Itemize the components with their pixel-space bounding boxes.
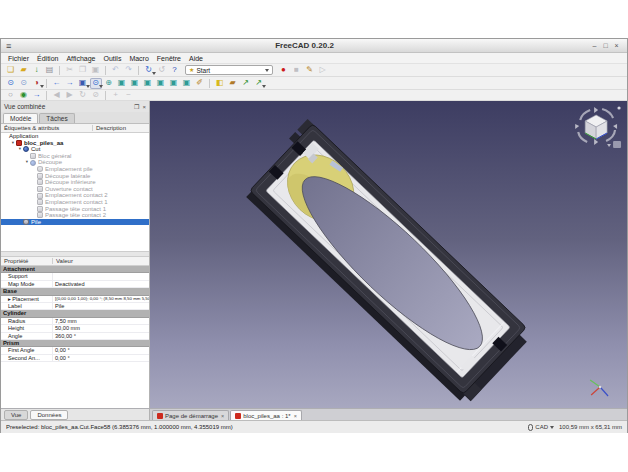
tree-item-ouverture-contact[interactable]: Ouverture contact <box>1 186 149 193</box>
view-left-icon[interactable]: ▣ <box>181 78 193 89</box>
macro-stop-icon[interactable]: ■ <box>291 65 303 76</box>
draw-style-icon[interactable]: ◑ <box>31 78 43 89</box>
paste-icon[interactable]: ▣ <box>90 65 102 76</box>
tree-item-emplacement-contact-2[interactable]: Emplacement contact 2 <box>1 192 149 199</box>
close-panel-icon[interactable]: × <box>142 104 146 110</box>
title-bar[interactable]: ≡ FreeCAD 0.20.2 – □ × <box>1 39 627 53</box>
property-group-prism[interactable]: Prism <box>1 340 149 347</box>
panel-tab-donnees[interactable]: Données <box>30 410 68 420</box>
menu-edition[interactable]: Édition <box>33 55 62 62</box>
menu-fenetre[interactable]: Fenêtre <box>153 55 185 62</box>
menu-fichier[interactable]: Fichier <box>4 55 33 62</box>
macro-edit-icon[interactable]: ✎ <box>304 65 316 76</box>
import-links-icon[interactable]: ↗ <box>240 78 252 89</box>
tree-item-decoupe-inferieure[interactable]: Découpe inférieure <box>1 179 149 186</box>
tab-taches[interactable]: Tâches <box>39 113 74 123</box>
expression-add-icon[interactable]: + <box>110 90 122 101</box>
property-group-cylinder[interactable]: Cylinder <box>1 310 149 317</box>
new-file-icon[interactable]: ❏ <box>5 65 17 76</box>
view-rear-icon[interactable]: ▣ <box>155 78 167 89</box>
view-group-icon[interactable]: ▣ <box>77 78 89 89</box>
tree-item-passage-tete-contact-2[interactable]: Passage tête contact 2 <box>1 212 149 219</box>
property-first-angle[interactable]: First Angle0,00 ° <box>1 347 149 354</box>
document-tab-page-de-demarrage[interactable]: Page de démarrage× <box>152 410 229 420</box>
model-bloc-piles[interactable] <box>240 119 534 406</box>
labels-attributes-header[interactable]: Étiquettes & attributs <box>1 125 93 131</box>
tree-back-icon[interactable]: ◀ <box>51 90 63 101</box>
3d-viewport[interactable] <box>150 101 627 408</box>
open-file-icon[interactable]: ▰ <box>18 65 30 76</box>
window-menu-icon[interactable]: ≡ <box>6 41 20 51</box>
view-right-icon[interactable]: ▣ <box>142 78 154 89</box>
menu-aide[interactable]: Aide <box>185 55 207 62</box>
expression-remove-icon[interactable]: − <box>123 90 135 101</box>
property-group-base[interactable]: Base <box>1 288 149 295</box>
tab-modele[interactable]: Modèle <box>3 113 38 123</box>
property-map-mode[interactable]: Map ModeDeactivated <box>1 281 149 288</box>
property-label[interactable]: LabelPile <box>1 303 149 310</box>
tree-forward-icon[interactable]: ▶ <box>64 90 76 101</box>
tree-item-decoupe-laterale[interactable]: Découpe latérale <box>1 173 149 180</box>
view-bottom-icon[interactable]: ▣ <box>168 78 180 89</box>
link-placeholder-icon[interactable]: ○ <box>5 90 17 101</box>
property-support[interactable]: Support <box>1 273 149 280</box>
appearance-icon[interactable]: ◧ <box>214 78 226 89</box>
property-radius[interactable]: Radius7,50 mm <box>1 318 149 325</box>
workbench-selector[interactable]: ★ Start <box>185 65 273 75</box>
property-angle[interactable]: Angle360,00 ° <box>1 333 149 340</box>
close-tab-icon[interactable]: × <box>221 413 224 419</box>
close-tab-icon[interactable]: × <box>294 413 297 419</box>
menu-macro[interactable]: Macro <box>125 55 152 62</box>
property-header[interactable]: Propriété <box>1 258 53 264</box>
refresh-icon[interactable]: ↻ <box>143 65 155 76</box>
value-header[interactable]: Valeur <box>53 258 73 264</box>
property-second-an[interactable]: Second An...0,00 ° <box>1 355 149 362</box>
nav-forward-icon[interactable]: → <box>64 78 76 89</box>
tree-item-application[interactable]: Application <box>1 133 149 140</box>
nav-back-icon[interactable]: ← <box>51 78 63 89</box>
texture-icon[interactable]: ▰ <box>227 78 239 89</box>
fit-selection-icon[interactable]: ⊙ <box>18 78 30 89</box>
save-icon[interactable]: ↓ <box>31 65 43 76</box>
view-front-icon[interactable]: ▣ <box>116 78 128 89</box>
tree-item-cut[interactable]: ▾Cut <box>1 146 149 153</box>
redo-icon[interactable]: ↷ <box>123 65 135 76</box>
tree-sync-icon[interactable]: ↻ <box>77 90 89 101</box>
nav-cube-corner-dot[interactable] <box>617 106 620 109</box>
export-links-icon[interactable]: ↗ <box>253 78 265 89</box>
chevron-down-icon[interactable] <box>550 426 554 429</box>
whats-this-icon[interactable]: ? <box>169 65 181 76</box>
tree-item-decoupe[interactable]: ▾Découpe <box>1 159 149 166</box>
navigation-style-selector[interactable]: CAD <box>535 424 548 430</box>
tree-item-passage-tete-contact-1[interactable]: Passage tête contact 1 <box>1 206 149 213</box>
tree-item-emplacement-pile[interactable]: Emplacement pile <box>1 166 149 173</box>
cut-icon[interactable]: ✂ <box>64 65 76 76</box>
property-group-attachment[interactable]: Attachment <box>1 266 149 273</box>
menu-affichage[interactable]: Affichage <box>62 55 99 62</box>
property-height[interactable]: Height50,00 mm <box>1 325 149 332</box>
recompute-icon[interactable]: ↺ <box>156 65 168 76</box>
tree-item-bloc-piles-aa[interactable]: ▾bloc_piles_aa <box>1 140 149 147</box>
float-panel-icon[interactable]: ❐ <box>134 104 139 110</box>
property-placement[interactable]: ▸ Placement[(0,00 0,00 1,00); 0,00 °; (8… <box>1 296 149 303</box>
copy-icon[interactable]: ❐ <box>77 65 89 76</box>
fit-all-icon[interactable]: ⊙ <box>5 78 17 89</box>
menu-outils[interactable]: Outils <box>99 55 125 62</box>
link-go-icon[interactable]: → <box>31 90 43 101</box>
tree-abort-icon[interactable]: ⊘ <box>90 90 102 101</box>
minimize-button[interactable]: – <box>589 42 600 49</box>
zoom-tools-icon[interactable]: ⊙ <box>90 78 102 89</box>
maximize-button[interactable]: □ <box>600 42 611 49</box>
document-tab-bloc-piles-aa-1[interactable]: bloc_piles_aa : 1*× <box>230 410 302 420</box>
nav-cube-menu[interactable] <box>613 141 621 148</box>
navigation-cube[interactable] <box>575 106 621 148</box>
view-axonometric-icon[interactable]: ⊕ <box>103 78 115 89</box>
print-icon[interactable]: ▤ <box>44 65 56 76</box>
tree-item-bloc-general[interactable]: Bloc général <box>1 153 149 160</box>
description-header[interactable]: Description <box>93 125 126 131</box>
tree-item-pile[interactable]: Pile <box>1 219 149 226</box>
panel-tab-vue[interactable]: Vue <box>4 410 28 420</box>
tree-item-emplacement-contact-1[interactable]: Emplacement contact 1 <box>1 199 149 206</box>
macro-record-icon[interactable]: ● <box>278 65 290 76</box>
make-link-icon[interactable]: ◉ <box>18 90 30 101</box>
